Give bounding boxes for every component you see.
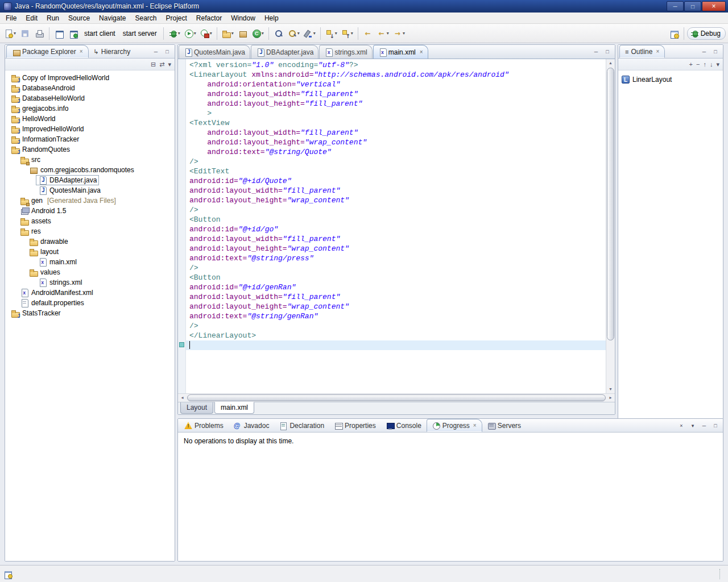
tree-item[interactable]: JHelloWorld (5, 114, 175, 124)
scroll-left-icon[interactable]: ◂ (178, 394, 187, 402)
tree-item[interactable]: layout (5, 247, 175, 257)
debug-button[interactable]: ▾ (167, 27, 182, 40)
tab-hierarchy[interactable]: ↳ Hierarchy (89, 45, 136, 58)
menu-item-help[interactable]: Help (260, 13, 283, 23)
print-button[interactable] (32, 27, 46, 40)
server-app-button[interactable] (67, 27, 80, 40)
tab-package-explorer[interactable]: Package Explorer × (6, 45, 89, 58)
mark-occurrences-button[interactable]: ▾ (302, 27, 317, 40)
previous-annotation-button[interactable]: ↑▾ (340, 27, 355, 40)
tree-item[interactable]: res (5, 226, 175, 236)
menu-item-search[interactable]: Search (130, 13, 161, 23)
new-package-button[interactable] (236, 27, 250, 40)
editor-tab-DBAdapter.java[interactable]: JDBAdapter.java (251, 45, 318, 59)
minimize-view-icon[interactable]: ─ (151, 48, 160, 56)
tab-javadoc[interactable]: Javadoc (229, 419, 275, 432)
last-edit-location-button[interactable]: ← (361, 27, 375, 40)
menu-item-project[interactable]: Project (161, 13, 191, 23)
save-button[interactable] (18, 27, 32, 40)
close-window-button[interactable]: × (702, 1, 726, 11)
start-server-button[interactable]: start server (119, 30, 160, 38)
client-app-button[interactable] (52, 27, 66, 40)
tree-item[interactable]: xstrings.xml (5, 277, 175, 288)
next-annotation-button[interactable]: ↓▾ (324, 27, 339, 40)
tree-item[interactable]: com.gregjacobs.randomquotes (5, 165, 175, 175)
tab-servers[interactable]: Servers (482, 419, 526, 432)
chevron-down-icon[interactable]: ▾ (313, 31, 316, 36)
tab-console[interactable]: Console (381, 419, 427, 432)
tree-item[interactable]: JQuotesMain.java (5, 185, 175, 196)
external-tools-button[interactable]: ▾ (198, 27, 214, 40)
view-menu-icon[interactable]: ▾ (716, 60, 719, 68)
tree-item[interactable]: JDatabaseAndroid (5, 83, 175, 93)
remove-icon[interactable]: − (696, 60, 700, 68)
tree-item[interactable]: gen[Generated Java Files] (5, 196, 175, 206)
maximize-view-icon[interactable]: □ (603, 48, 612, 56)
minimize-window-button[interactable]: ─ (667, 1, 684, 11)
move-up-icon[interactable]: ↑ (703, 60, 706, 68)
perspective-debug-button[interactable]: Debug (687, 27, 726, 40)
tree-item[interactable]: assets (5, 216, 175, 226)
editor-tab-main.xml[interactable]: xmain.xml× (373, 45, 428, 59)
chevron-down-icon[interactable]: ▾ (335, 31, 337, 36)
move-down-icon[interactable]: ↓ (710, 60, 713, 68)
tree-item[interactable]: JDatabaseHelloWorld (5, 93, 175, 103)
chevron-down-icon[interactable]: ▾ (297, 31, 300, 36)
chevron-down-icon[interactable]: ▾ (231, 31, 234, 36)
editor-tab-strings.xml[interactable]: xstrings.xml (319, 45, 372, 59)
forward-button[interactable]: →▾ (391, 27, 407, 40)
tree-item[interactable]: JDBAdapter.java (5, 175, 175, 185)
horizontal-scroll-thumb[interactable] (187, 394, 606, 401)
tree-item[interactable]: default.properties (5, 298, 175, 308)
editor-vertical-scrollbar[interactable]: ▲ ▼ (606, 59, 615, 393)
minimize-view-icon[interactable]: ─ (700, 48, 709, 56)
tree-item[interactable]: JImprovedHelloWorld (5, 124, 175, 134)
tab-problems[interactable]: Problems (179, 419, 229, 432)
tab-outline[interactable]: ≡ Outline × (619, 45, 665, 58)
outline-item[interactable]: LLinearLayout (622, 74, 719, 85)
chevron-down-icon[interactable]: ▾ (387, 31, 389, 36)
view-menu-icon[interactable]: ▾ (168, 60, 171, 68)
link-with-editor-icon[interactable]: ⇄ (159, 60, 164, 68)
tab-progress[interactable]: Progress× (427, 419, 482, 432)
menu-item-window[interactable]: Window (226, 13, 260, 23)
fast-view-bar-icon[interactable] (3, 569, 13, 579)
menu-item-edit[interactable]: Edit (21, 13, 42, 23)
scroll-up-icon[interactable]: ▲ (606, 59, 615, 67)
view-menu-icon[interactable]: ▾ (688, 422, 697, 430)
close-icon[interactable]: × (420, 49, 423, 55)
chevron-down-icon[interactable]: ▾ (178, 31, 180, 36)
chevron-down-icon[interactable]: ▾ (210, 31, 212, 36)
vertical-scroll-thumb[interactable] (607, 68, 614, 340)
open-perspective-button[interactable] (667, 27, 681, 40)
tree-item[interactable]: JRandomQuotes (5, 144, 175, 155)
tree-item[interactable]: JInformationTracker (5, 134, 175, 144)
tree-item[interactable]: xAndroidManifest.xml (5, 288, 175, 298)
tree-item[interactable]: Android 1.5 (5, 206, 175, 216)
minimize-view-icon[interactable]: ─ (700, 422, 709, 430)
scroll-down-icon[interactable]: ▼ (606, 385, 615, 393)
tree-item[interactable]: values (5, 267, 175, 277)
start-client-button[interactable]: start client (81, 30, 119, 38)
editor-horizontal-scrollbar[interactable]: ◂ ▸ (178, 393, 615, 402)
maximize-view-icon[interactable]: □ (163, 48, 172, 56)
page-tab-layout[interactable]: Layout (180, 402, 213, 414)
close-icon[interactable]: × (656, 48, 659, 55)
maximize-view-icon[interactable]: □ (711, 48, 720, 56)
minimize-view-icon[interactable]: ─ (592, 48, 601, 56)
tab-declaration[interactable]: Declaration (274, 419, 329, 432)
tree-item[interactable]: xmain.xml (5, 257, 175, 267)
add-icon[interactable]: + (689, 60, 693, 68)
tree-item[interactable]: drawable (5, 236, 175, 247)
menu-item-source[interactable]: Source (64, 13, 94, 23)
menu-item-navigate[interactable]: Navigate (94, 13, 130, 23)
open-type-button[interactable] (272, 27, 286, 40)
tab-properties[interactable]: Properties (329, 419, 381, 432)
maximize-view-icon[interactable]: □ (711, 422, 720, 430)
run-button[interactable]: ▾ (183, 27, 198, 40)
close-icon[interactable]: × (80, 48, 83, 55)
search-button[interactable]: ▾ (286, 27, 301, 40)
scroll-right-icon[interactable]: ▸ (606, 394, 615, 402)
chevron-down-icon[interactable]: ▾ (351, 31, 353, 36)
tree-item[interactable]: Jgregjacobs.info (5, 103, 175, 114)
